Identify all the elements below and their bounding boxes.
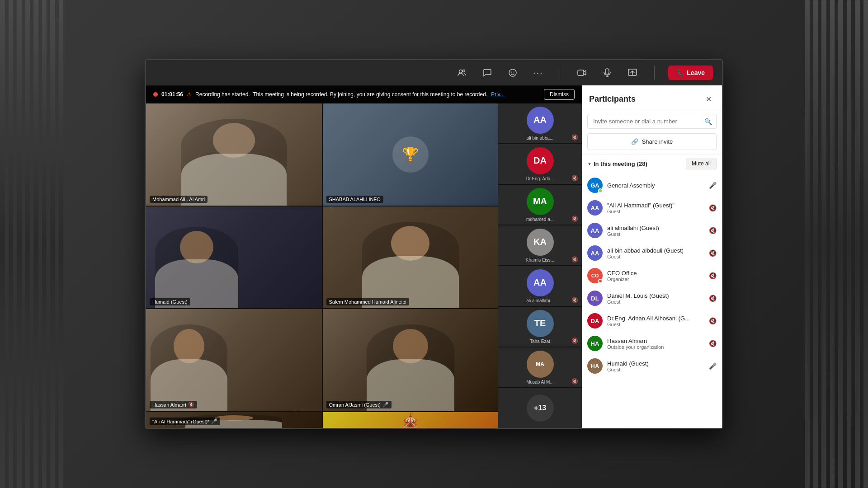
participant-item-dr[interactable]: DA Dr.Eng. Adnan Ali Alhosani (G... Gues…	[582, 310, 722, 332]
thumb-1[interactable]: AA ali bin abba... 🔇	[498, 103, 582, 143]
muted-icon-ali-b: 🔇	[709, 249, 717, 257]
muted-icon-ceo: 🔇	[709, 272, 717, 279]
participant-info-daniel: Daniel M. Louis (Guest) Guest	[607, 292, 704, 305]
video-label-3: Humaid (Guest)	[150, 298, 190, 305]
thumb-name-4: Khamis Eiss...	[526, 258, 554, 263]
thumb-mute-7: 🔇	[571, 378, 578, 385]
more-icon[interactable]: ···	[530, 65, 546, 81]
participants-list[interactable]: GA General Assembly 🎤 AA "Ali Al Hammadi…	[582, 172, 722, 428]
share-screen-icon[interactable]	[624, 65, 641, 81]
participants-icon[interactable]	[454, 65, 470, 81]
left-slats	[0, 0, 63, 488]
search-bar: 🔍	[587, 114, 717, 129]
participant-item-daniel[interactable]: DL Daniel M. Louis (Guest) Guest 🔇	[582, 287, 722, 310]
mic-on-icon-ga: 🎤	[709, 182, 717, 189]
thumb-7[interactable]: MA Musab Al M... 🔇	[498, 347, 582, 387]
participant-info-ga: General Assembly	[607, 182, 704, 189]
muted-icon-ali-a: 🔇	[709, 227, 717, 234]
participant-item-ali-h[interactable]: AA "Ali Al Hammadi" (Guest)" Guest 🔇	[582, 197, 722, 219]
video-label-2: SHABAB ALAHLI INFO	[326, 196, 383, 203]
participant-avatar-humaid: HA	[587, 358, 603, 374]
search-input[interactable]	[587, 114, 717, 129]
thumb-avatar-2: DA	[527, 147, 554, 174]
participant-role-dr: Guest	[607, 322, 704, 327]
dismiss-button[interactable]: Dismiss	[544, 89, 575, 100]
search-icon: 🔍	[704, 118, 712, 125]
participant-item-ceo[interactable]: CO CEO Office Organizer 🔇	[582, 264, 722, 287]
video-area: 01:01:56 ⚠ Recording has started. This m…	[146, 85, 582, 428]
participant-info-ali-h: "Ali Al Hammadi" (Guest)" Guest	[607, 202, 704, 214]
thumbnail-column: AA ali bin abba... 🔇 DA Dr.Eng. Adn... 🔇	[498, 103, 582, 428]
participant-info-humaid: Humaid (Guest) Guest	[607, 360, 704, 372]
leave-button[interactable]: 📞 Leave	[668, 66, 713, 80]
participant-name-daniel: Daniel M. Louis (Guest)	[607, 292, 704, 299]
right-slats	[805, 0, 868, 488]
topbar: ··· 📞 Leave	[146, 60, 722, 85]
participant-avatar-daniel: DL	[587, 291, 603, 306]
participant-avatar-ali-a: AA	[587, 223, 603, 238]
thumb-avatar-5: AA	[527, 269, 554, 296]
thumb-avatar-1: AA	[527, 107, 554, 134]
thumb-name-6: Taha Ezat	[530, 339, 550, 344]
thumb-mute-2: 🔇	[571, 175, 578, 181]
thumb-4[interactable]: KA Khamis Eiss... 🔇	[498, 225, 582, 265]
video-cell-5: Hassan Almarri 🔇	[146, 309, 322, 411]
participant-info-hassan: Hassan Almarri Outside your organization	[607, 338, 704, 350]
participant-avatar-ali-h: AA	[587, 200, 603, 216]
thumb-3[interactable]: MA mohamed a... 🔇	[498, 185, 582, 225]
participant-role-ali-b: Guest	[607, 254, 704, 259]
participant-item-hassan[interactable]: HA Hassan Almarri Outside your organizat…	[582, 332, 722, 355]
video-cell-1: Mohammad Ali . Al Amri	[146, 103, 322, 206]
thumb-name-5: ali almallahi...	[526, 298, 554, 303]
video-cell-3: Humaid (Guest)	[146, 206, 322, 309]
participant-item-general-assembly[interactable]: GA General Assembly 🎤	[582, 174, 722, 197]
muted-icon-dr: 🔇	[709, 317, 717, 324]
share-invite-button[interactable]: 🔗 Share invite	[587, 133, 717, 150]
participant-name-ali-b: ali bin abbad albdouli (Guest)	[607, 247, 704, 254]
participant-info-ali-a: ali almallahi (Guest) Guest	[607, 225, 704, 237]
participant-name-ali-h: "Ali Al Hammadi" (Guest)"	[607, 202, 704, 209]
svg-rect-6	[605, 69, 609, 74]
camera-icon[interactable]	[574, 65, 590, 81]
thumb-6[interactable]: TE Taha Ezat 🔇	[498, 307, 582, 347]
thumb-name-7: Musab Al M...	[526, 380, 554, 385]
thumb-avatar-4: KA	[527, 229, 554, 256]
privacy-link[interactable]: Priv...	[491, 91, 505, 98]
participant-role-ceo: Organizer	[607, 277, 704, 282]
chat-icon[interactable]	[479, 65, 495, 81]
video-cell-4: Salem Mohammed Humaid Aljneibi	[323, 206, 499, 309]
in-meeting-header: ▼ In this meeting (28) Mute all	[582, 155, 722, 172]
participant-item-ali-a[interactable]: AA ali almallahi (Guest) Guest 🔇	[582, 219, 722, 242]
participant-role-humaid: Guest	[607, 367, 704, 372]
participant-item-ali-b[interactable]: AA ali bin abbad albdouli (Guest) Guest …	[582, 242, 722, 264]
video-label-7: "Ali Al Hammadi" (Guest)* 🎤	[150, 418, 220, 425]
video-area-inner: Mohammad Ali . Al Amri 🏆 SHABAB ALAHLI I…	[146, 103, 582, 428]
close-panel-button[interactable]: ✕	[702, 93, 715, 105]
svg-point-3	[511, 71, 512, 72]
participant-name-ceo: CEO Office	[607, 270, 704, 277]
main-area: 01:01:56 ⚠ Recording has started. This m…	[146, 85, 722, 428]
recording-dot	[153, 92, 158, 97]
recording-timer: 01:01:56	[161, 91, 183, 98]
online-indicator-ga	[598, 188, 603, 193]
participants-panel: Participants ✕ 🔍 🔗 Share invite ▼	[582, 85, 722, 428]
video-cell-6: Omran AlJasmi (Guest) 🎤	[323, 309, 499, 411]
participant-item-humaid[interactable]: HA Humaid (Guest) Guest 🎤	[582, 355, 722, 377]
mute-icon-6: 🎤	[382, 402, 389, 408]
mic-icon[interactable]	[599, 65, 615, 81]
thumb-5[interactable]: AA ali almallahi... 🔇	[498, 266, 582, 306]
svg-point-0	[459, 70, 462, 73]
participant-info-ceo: CEO Office Organizer	[607, 270, 704, 282]
panel-title: Participants	[589, 94, 636, 104]
mute-all-button[interactable]: Mute all	[686, 158, 717, 169]
participant-avatar-hassan: HA	[587, 336, 603, 351]
organizer-dot	[598, 279, 603, 283]
topbar-controls: ··· 📞 Leave	[454, 65, 713, 81]
in-meeting-label: ▼ In this meeting (28)	[587, 160, 647, 167]
reactions-icon[interactable]	[505, 65, 521, 81]
thumb-8[interactable]: +13	[498, 388, 582, 428]
participant-name-hassan: Hassan Almarri	[607, 338, 704, 344]
leave-phone-icon: 📞	[676, 69, 684, 76]
thumb-2[interactable]: DA Dr.Eng. Adn... 🔇	[498, 144, 582, 184]
share-icon: 🔗	[631, 138, 638, 145]
